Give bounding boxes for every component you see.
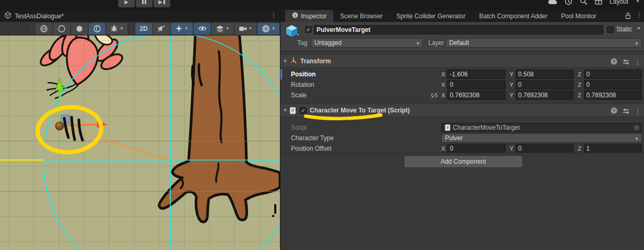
scale-x-input[interactable] (447, 90, 505, 100)
offset-y-input[interactable] (516, 144, 573, 153)
target-connection-line (60, 126, 170, 160)
position-fields: X Y Z (441, 69, 642, 79)
static-checkbox[interactable] (607, 26, 614, 33)
object-picker-icon[interactable]: ⊙ (634, 124, 639, 131)
layout-caret-icon: ▼ (636, 0, 640, 4)
inspector-lock-icon[interactable] (625, 12, 631, 21)
gameobject-active-checkbox[interactable]: ✓ (305, 26, 312, 33)
scale-z-input[interactable] (584, 90, 642, 100)
inspector-tab-bar: i Inspector Scene Browser Sprite Collide… (285, 10, 603, 22)
inspector-pane-menu-icon[interactable]: ⋮ (636, 12, 642, 19)
add-component-button[interactable]: Add Component (404, 155, 523, 168)
tag-label: Tag (297, 39, 307, 47)
offset-x-input[interactable] (447, 144, 505, 153)
constrain-proportions-icon[interactable] (431, 92, 438, 101)
layers-dropdown-button[interactable]: ▼ (212, 23, 233, 35)
tab-pool-monitor[interactable]: Pool Monitor (554, 10, 603, 22)
move-script-enabled-checkbox[interactable]: ✓ (300, 107, 307, 114)
scale-y-input[interactable] (516, 90, 573, 100)
component-menu-icon[interactable]: ⋮ (635, 59, 641, 66)
svg-text:i: i (295, 13, 296, 18)
audio-muted-button[interactable] (153, 23, 170, 35)
cube-caret-icon: ▼ (296, 33, 300, 37)
layer-dropdown[interactable]: Default▼ (446, 38, 642, 48)
position-offset-fields: X Y Z (441, 143, 642, 154)
gameobject-name-input[interactable] (314, 25, 603, 35)
position-offset-label: Position Offset (291, 143, 332, 154)
debug-bug-dropdown-button[interactable]: ▼ (107, 23, 127, 35)
scene-pane-menu-icon[interactable]: ⋮ (271, 12, 277, 19)
tab-inspector[interactable]: i Inspector (285, 10, 333, 22)
rotation-z-input[interactable] (584, 80, 642, 89)
move-script-foldout-icon[interactable]: ▼ (280, 108, 290, 113)
render-wireframe-sphere-button[interactable] (36, 23, 52, 35)
pause-button[interactable] (136, 0, 153, 7)
effects-dropdown-button[interactable]: ▼ (171, 23, 193, 35)
scene-visibility-eye-button[interactable] (194, 23, 210, 35)
transform-foldout-icon[interactable]: ▼ (280, 59, 290, 64)
position-x-input[interactable] (447, 70, 505, 79)
layout-dropdown[interactable]: Layout (610, 0, 628, 5)
search-icon[interactable] (580, 0, 588, 5)
tab-batch-component-adder[interactable]: Batch Component Adder (472, 10, 554, 22)
svg-text:?: ? (613, 59, 616, 64)
scene-asset-icon (4, 12, 11, 20)
offset-z-input[interactable] (584, 144, 642, 153)
presets-icon[interactable] (623, 107, 629, 116)
static-label: Static (616, 26, 632, 33)
scene-view-toolbar: ▼ 2D ▼ ▼ ▼ ▼ (0, 22, 280, 36)
cloud-icon[interactable] (548, 0, 557, 5)
gameobject-cube-icon[interactable]: ▼ (285, 24, 299, 40)
tab-strip: TestAssDialogue* ⋮ i Inspector Scene Bro… (0, 10, 644, 22)
camera-dropdown-button[interactable]: ▼ (235, 23, 256, 35)
history-icon[interactable] (565, 0, 572, 5)
render-shaded-sphere-button[interactable] (53, 23, 70, 35)
help-icon[interactable]: ? (611, 58, 617, 67)
csharp-script-icon: # (290, 107, 296, 114)
tag-dropdown[interactable]: Untagged▼ (311, 38, 423, 48)
position-z-input[interactable] (584, 70, 642, 79)
scene-tab-title: TestAssDialogue* (15, 13, 64, 20)
bird-sprite (38, 36, 124, 98)
svg-text:?: ? (613, 108, 616, 113)
tab-scene-browser[interactable]: Scene Browser (333, 10, 389, 22)
character-type-label: Character Type (291, 133, 334, 143)
rotation-x-input[interactable] (447, 80, 505, 89)
rotation-y-input[interactable] (516, 80, 573, 89)
layer-label: Layer (428, 39, 444, 47)
rotation-label: Rotation (291, 79, 314, 90)
step-button[interactable]: ▶ (154, 0, 170, 7)
play-button[interactable]: ▶ (118, 0, 135, 7)
presets-icon[interactable] (623, 58, 629, 67)
character-type-dropdown[interactable]: Pulver▼ (441, 133, 642, 143)
main-toolbar: ▶ ▶ Layout ▼ (0, 0, 644, 10)
inspector-panel: ▼ ✓ Static ▼ Tag Untagged▼ Layer Default… (280, 22, 644, 250)
move-target-object[interactable] (55, 122, 64, 130)
gizmos-dropdown-button[interactable]: ▼ (257, 23, 279, 35)
transform-title: Transform (300, 58, 331, 65)
help-icon[interactable]: ? (611, 107, 617, 116)
transform-header[interactable]: ▼ Transform ? ⋮ (280, 54, 644, 68)
csharp-script-icon: # (445, 124, 450, 131)
info-icon: i (292, 12, 298, 20)
move-script-header[interactable]: ▼ # ✓ Character Move To Target (Script) … (280, 104, 644, 117)
tab-sprite-collider-generator[interactable]: Sprite Collider Generator (390, 10, 473, 22)
static-caret-icon[interactable]: ▼ (637, 26, 641, 31)
tree-sprite (159, 36, 280, 222)
scene-viewport[interactable] (0, 36, 280, 250)
position-label: Position (291, 69, 315, 79)
scale-fields: X Y Z (441, 90, 642, 100)
scene-pane-tab[interactable]: TestAssDialogue* (4, 10, 64, 22)
render-crescent-button[interactable] (89, 23, 106, 35)
unity-editor-window: ▶ ▶ Layout ▼ TestAssDialogue* ⋮ i Inspec… (0, 0, 644, 250)
script-object-field[interactable]: # CharacterMoveToTarget ⊙ (441, 123, 642, 132)
render-filled-circle-button[interactable] (71, 23, 88, 35)
annotation-yellow-ellipse (36, 105, 103, 155)
component-menu-icon[interactable]: ⋮ (635, 108, 641, 115)
layout-grid-icon (595, 0, 602, 5)
prefab-override-bar (280, 69, 282, 79)
position-y-input[interactable] (516, 70, 573, 79)
mode-2d-button[interactable]: 2D (135, 23, 152, 35)
rotation-fields: X Y Z (441, 79, 642, 90)
scene-canvas (0, 36, 280, 250)
